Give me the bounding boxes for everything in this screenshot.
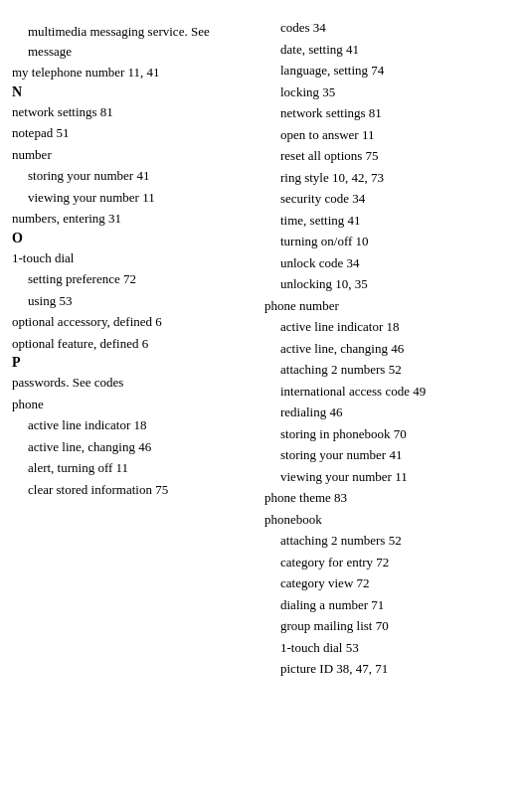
entry-sub: reset all options 75 [264, 146, 509, 166]
index-entry-using: using 53 [12, 291, 253, 311]
index-entry-network-settings-right: network settings 81 [264, 103, 509, 123]
entry-sub: storing your number 41 [264, 445, 509, 465]
section-letter: O [12, 231, 23, 245]
index-entry-category-for-entry: category for entry 72 [264, 553, 509, 572]
index-entry-language-setting: language, setting 74 [264, 61, 509, 81]
index-entry-1-touch-dial-pb: 1-touch dial 53 [264, 638, 509, 658]
content-wrapper: multimedia messaging service. See messag… [0, 10, 521, 689]
index-entry-dialing-a-number: dialing a number 71 [264, 595, 509, 615]
entry-sub: dialing a number 71 [264, 595, 509, 615]
index-entry-category-view: category view 72 [264, 573, 509, 593]
entry-sub: open to answer 11 [264, 125, 509, 145]
index-entry-security-code: security code 34 [264, 189, 509, 209]
index-entry-unlock-code: unlock code 34 [264, 253, 509, 273]
entry-sub: active line, changing 46 [12, 437, 253, 457]
entry-sub: viewing your number 11 [264, 467, 509, 487]
entry-sub: attaching 2 numbers 52 [264, 531, 509, 551]
index-entry-time-setting: time, setting 41 [264, 211, 509, 231]
entry-sub: time, setting 41 [264, 211, 509, 231]
index-entry-turning-onoff: turning on/off 10 [264, 232, 509, 251]
index-entry-storing-your-number-right: storing your number 41 [264, 445, 509, 465]
entry-main: passwords. See codes [12, 373, 253, 393]
index-entry-reset-all-options: reset all options 75 [264, 146, 509, 166]
index-entry-redialing: redialing 46 [264, 403, 509, 422]
entry-main: 1-touch dial [12, 248, 253, 268]
entry-main: notepad 51 [12, 123, 253, 143]
entry-main: phone [12, 395, 253, 414]
entry-sub: multimedia messaging service. See messag… [12, 22, 253, 61]
entry-sub: date, setting 41 [264, 40, 509, 60]
index-entry-notepad: notepad 51 [12, 123, 253, 143]
entry-sub: attaching 2 numbers 52 [264, 360, 509, 380]
index-entry-number: number [12, 145, 253, 165]
entry-sub: category view 72 [264, 573, 509, 593]
index-entry-network-settings: network settings 81 [12, 102, 253, 122]
entry-main: optional feature, defined 6 [12, 334, 253, 354]
entry-main: phone theme 83 [264, 488, 509, 508]
index-entry-ring-style: ring style 10, 42, 73 [264, 168, 509, 188]
index-entry-group-mailing-list: group mailing list 70 [264, 616, 509, 636]
index-entry-multimedia-messaging: multimedia messaging service. See messag… [12, 22, 253, 61]
index-entry-viewing-your-number: viewing your number 11 [12, 188, 253, 208]
page-container: multimedia messaging service. See messag… [0, 10, 521, 812]
index-entry-open-to-answer: open to answer 11 [264, 125, 509, 145]
index-entry-optional-accessory: optional accessory, defined 6 [12, 312, 253, 332]
left-column: multimedia messaging service. See messag… [12, 18, 260, 681]
entry-sub: turning on/off 10 [264, 232, 509, 251]
entry-sub: locking 35 [264, 82, 509, 102]
index-entry-attaching-2-numbers: attaching 2 numbers 52 [264, 360, 509, 380]
index-entry-active-line-changing-right: active line, changing 46 [264, 339, 509, 359]
entry-sub: category for entry 72 [264, 553, 509, 572]
index-entry-phone-number: phone number [264, 296, 509, 316]
entry-sub: unlock code 34 [264, 253, 509, 273]
index-entry-viewing-your-number-right: viewing your number 11 [264, 467, 509, 487]
index-entry-storing-in-phonebook: storing in phonebook 70 [264, 424, 509, 444]
index-entry-phone-theme: phone theme 83 [264, 488, 509, 508]
index-entry-numbers-entering: numbers, entering 31 [12, 209, 253, 229]
index-entry-setting-preference: setting preference 72 [12, 269, 253, 289]
entry-sub: active line indicator 18 [12, 415, 253, 435]
index-entry-date-setting: date, setting 41 [264, 40, 509, 60]
entry-sub: viewing your number 11 [12, 188, 253, 208]
entry-sub: alert, turning off 11 [12, 458, 253, 478]
index-entry-active-line-indicator: active line indicator 18 [12, 415, 253, 435]
entry-main: phone number [264, 296, 509, 316]
entry-sub: active line indicator 18 [264, 317, 509, 337]
index-entry-codes: codes 34 [264, 18, 509, 38]
index-entry-1-touch-dial: 1-touch dial [12, 248, 253, 268]
entry-main: optional accessory, defined 6 [12, 312, 253, 332]
entry-sub: active line, changing 46 [264, 339, 509, 359]
right-entries: codes 34date, setting 41language, settin… [264, 18, 509, 679]
entry-sub: using 53 [12, 291, 253, 311]
entry-sub: clear stored information 75 [12, 480, 253, 500]
entry-sub: redialing 46 [264, 403, 509, 422]
index-entry-active-line-indicator-right: active line indicator 18 [264, 317, 509, 337]
entry-sub: setting preference 72 [12, 269, 253, 289]
index-entry-international-access-code: international access code 49 [264, 382, 509, 402]
entry-sub: group mailing list 70 [264, 616, 509, 636]
index-entry-optional-feature: optional feature, defined 6 [12, 334, 253, 354]
section-letter: P [12, 355, 21, 370]
entry-sub: network settings 81 [264, 103, 509, 123]
index-entry-section-n: N [12, 84, 253, 100]
entry-sub: storing your number 41 [12, 166, 253, 186]
entry-main: my telephone number 11, 41 [12, 63, 253, 82]
index-entry-phone: phone [12, 395, 253, 414]
index-entry-alert-turning-off: alert, turning off 11 [12, 458, 253, 478]
entry-sub: unlocking 10, 35 [264, 274, 509, 294]
index-entry-section-p: P [12, 355, 253, 371]
index-entry-locking: locking 35 [264, 82, 509, 102]
index-entry-my-telephone-number: my telephone number 11, 41 [12, 63, 253, 82]
entry-main: number [12, 145, 253, 165]
entry-main: phonebook [264, 510, 509, 530]
entry-sub: ring style 10, 42, 73 [264, 168, 509, 188]
entry-sub: 1-touch dial 53 [264, 638, 509, 658]
index-entry-phonebook: phonebook [264, 510, 509, 530]
index-entry-passwords: passwords. See codes [12, 373, 253, 393]
entry-sub: picture ID 38, 47, 71 [264, 659, 509, 679]
entry-sub: security code 34 [264, 189, 509, 209]
section-letter: N [12, 84, 22, 99]
index-entry-unlocking: unlocking 10, 35 [264, 274, 509, 294]
entry-sub: codes 34 [264, 18, 509, 38]
entry-sub: international access code 49 [264, 382, 509, 402]
